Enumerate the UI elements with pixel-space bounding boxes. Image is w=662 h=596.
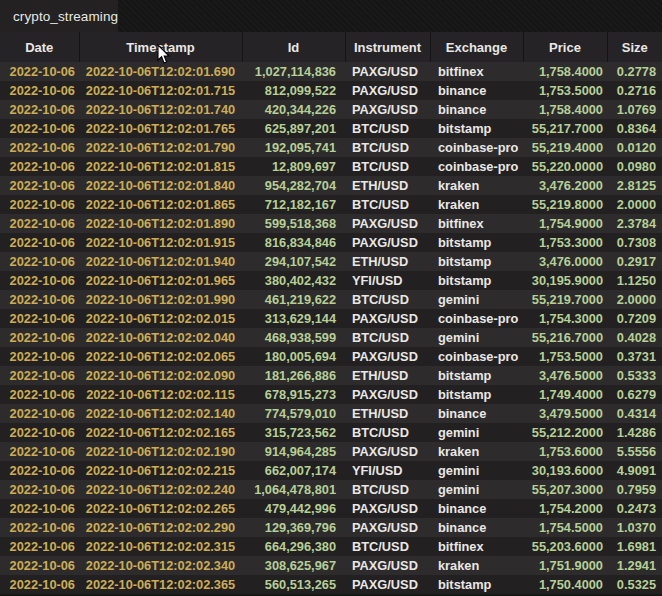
cell-price: 1,750.4000	[523, 575, 607, 594]
cell-instrument: PAXG/USD	[345, 556, 430, 575]
cell-size: 0.5333	[607, 366, 662, 385]
cell-size: 1.0370	[607, 518, 662, 537]
cell-date: 2022-10-06	[0, 195, 79, 214]
cell-instrument: ETH/USD	[345, 404, 430, 423]
cell-date: 2022-10-06	[0, 461, 79, 480]
table-row[interactable]: 2022-10-062022-10-06T12:02:02.140774,579…	[0, 404, 662, 423]
table-row[interactable]: 2022-10-062022-10-06T12:02:02.340308,625…	[0, 556, 662, 575]
cell-instrument: ETH/USD	[345, 176, 430, 195]
cell-price: 55,207.3000	[523, 480, 607, 499]
cell-id: 812,099,522	[242, 81, 345, 100]
table-row[interactable]: 2022-10-062022-10-06T12:02:02.215662,007…	[0, 461, 662, 480]
table-row[interactable]: 2022-10-062022-10-06T12:02:01.740420,344…	[0, 100, 662, 119]
cell-id: 774,579,010	[242, 404, 345, 423]
cell-id: 664,296,380	[242, 537, 345, 556]
cell-instrument: PAXG/USD	[345, 518, 430, 537]
cell-exchange: binance	[430, 404, 523, 423]
table-row[interactable]: 2022-10-062022-10-06T12:02:02.015313,629…	[0, 309, 662, 328]
cell-price: 30,195.9000	[523, 271, 607, 290]
column-header-size[interactable]: Size	[607, 32, 662, 62]
table-row[interactable]: 2022-10-062022-10-06T12:02:01.765625,897…	[0, 119, 662, 138]
cell-timestamp: 2022-10-06T12:02:02.040	[79, 328, 242, 347]
table-row[interactable]: 2022-10-062022-10-06T12:02:02.115678,915…	[0, 385, 662, 404]
table-row[interactable]: 2022-10-062022-10-06T12:02:02.190914,964…	[0, 442, 662, 461]
cell-timestamp: 2022-10-06T12:02:01.915	[79, 233, 242, 252]
cell-instrument: PAXG/USD	[345, 62, 430, 81]
column-header-price[interactable]: Price	[523, 32, 607, 62]
cell-date: 2022-10-06	[0, 575, 79, 594]
column-header-instrument[interactable]: Instrument	[345, 32, 430, 62]
cell-instrument: PAXG/USD	[345, 499, 430, 518]
cell-price: 1,753.5000	[523, 81, 607, 100]
table-row[interactable]: 2022-10-062022-10-06T12:02:01.865712,182…	[0, 195, 662, 214]
column-header-id[interactable]: Id	[242, 32, 345, 62]
table-row[interactable]: 2022-10-062022-10-06T12:02:01.940294,107…	[0, 252, 662, 271]
cell-id: 914,964,285	[242, 442, 345, 461]
table-row[interactable]: 2022-10-062022-10-06T12:02:01.915816,834…	[0, 233, 662, 252]
cell-size: 1.2941	[607, 556, 662, 575]
cell-id: 954,282,704	[242, 176, 345, 195]
cell-date: 2022-10-06	[0, 176, 79, 195]
cell-size: 1.6981	[607, 537, 662, 556]
cell-id: 380,402,432	[242, 271, 345, 290]
table-row[interactable]: 2022-10-062022-10-06T12:02:02.315664,296…	[0, 537, 662, 556]
table-row[interactable]: 2022-10-062022-10-06T12:02:01.965380,402…	[0, 271, 662, 290]
cell-exchange: bitstamp	[430, 385, 523, 404]
cell-size: 0.5325	[607, 575, 662, 594]
table-row[interactable]: 2022-10-062022-10-06T12:02:02.065180,005…	[0, 347, 662, 366]
cell-date: 2022-10-06	[0, 119, 79, 138]
cell-date: 2022-10-06	[0, 214, 79, 233]
column-header-timestamp[interactable]: Timestamp	[79, 32, 242, 62]
tab-label: crypto_streaming	[13, 9, 118, 24]
table-row[interactable]: 2022-10-062022-10-06T12:02:01.840954,282…	[0, 176, 662, 195]
cell-size: 0.3731	[607, 347, 662, 366]
cell-timestamp: 2022-10-06T12:02:01.890	[79, 214, 242, 233]
table-row[interactable]: 2022-10-062022-10-06T12:02:02.290129,369…	[0, 518, 662, 537]
cell-timestamp: 2022-10-06T12:02:01.815	[79, 157, 242, 176]
cell-price: 55,212.2000	[523, 423, 607, 442]
table-row[interactable]: 2022-10-062022-10-06T12:02:01.790192,095…	[0, 138, 662, 157]
cell-size: 2.0000	[607, 290, 662, 309]
table-row[interactable]: 2022-10-062022-10-06T12:02:01.6901,027,1…	[0, 62, 662, 81]
table-row[interactable]: 2022-10-062022-10-06T12:02:01.81512,809,…	[0, 157, 662, 176]
cell-date: 2022-10-06	[0, 157, 79, 176]
cell-size: 2.8125	[607, 176, 662, 195]
cell-instrument: YFI/USD	[345, 271, 430, 290]
table-row[interactable]: 2022-10-062022-10-06T12:02:02.365560,513…	[0, 575, 662, 594]
cell-size: 0.4314	[607, 404, 662, 423]
table-row[interactable]: 2022-10-062022-10-06T12:02:02.2401,064,4…	[0, 480, 662, 499]
tab-crypto-streaming[interactable]: crypto_streaming	[0, 0, 118, 32]
cell-date: 2022-10-06	[0, 290, 79, 309]
cell-timestamp: 2022-10-06T12:02:02.215	[79, 461, 242, 480]
table-row[interactable]: 2022-10-062022-10-06T12:02:02.165315,723…	[0, 423, 662, 442]
cell-size: 0.4028	[607, 328, 662, 347]
cell-instrument: BTC/USD	[345, 195, 430, 214]
cell-exchange: bitfinex	[430, 62, 523, 81]
cell-price: 1,749.4000	[523, 385, 607, 404]
cell-id: 12,809,697	[242, 157, 345, 176]
cell-timestamp: 2022-10-06T12:02:02.015	[79, 309, 242, 328]
table-row[interactable]: 2022-10-062022-10-06T12:02:01.890599,518…	[0, 214, 662, 233]
cell-timestamp: 2022-10-06T12:02:02.340	[79, 556, 242, 575]
table-row[interactable]: 2022-10-062022-10-06T12:02:01.990461,219…	[0, 290, 662, 309]
cell-timestamp: 2022-10-06T12:02:02.140	[79, 404, 242, 423]
crypto-streaming-app: crypto_streaming Date Timestamp Id Instr…	[0, 0, 662, 596]
table-row[interactable]: 2022-10-062022-10-06T12:02:02.090181,266…	[0, 366, 662, 385]
cell-id: 816,834,846	[242, 233, 345, 252]
cell-exchange: coinbase-pro	[430, 347, 523, 366]
column-header-date[interactable]: Date	[0, 32, 79, 62]
column-header-exchange[interactable]: Exchange	[430, 32, 523, 62]
cell-size: 0.2917	[607, 252, 662, 271]
table-row[interactable]: 2022-10-062022-10-06T12:02:02.040468,938…	[0, 328, 662, 347]
table-row[interactable]: 2022-10-062022-10-06T12:02:01.715812,099…	[0, 81, 662, 100]
table-row[interactable]: 2022-10-062022-10-06T12:02:02.265479,442…	[0, 499, 662, 518]
cell-instrument: PAXG/USD	[345, 81, 430, 100]
cell-date: 2022-10-06	[0, 233, 79, 252]
cell-id: 192,095,741	[242, 138, 345, 157]
cell-id: 678,915,273	[242, 385, 345, 404]
cell-date: 2022-10-06	[0, 81, 79, 100]
cell-id: 420,344,226	[242, 100, 345, 119]
cell-instrument: BTC/USD	[345, 290, 430, 309]
cell-price: 1,753.6000	[523, 442, 607, 461]
cell-price: 55,203.6000	[523, 537, 607, 556]
